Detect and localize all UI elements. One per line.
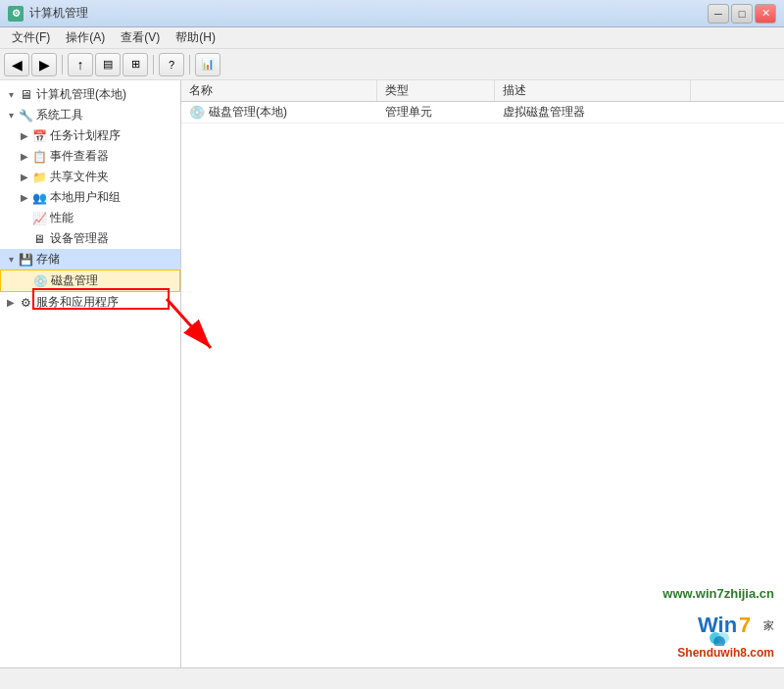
- system-tools-expand-icon[interactable]: ▾: [4, 109, 18, 123]
- performance-expand-icon[interactable]: ▶: [18, 212, 31, 225]
- back-button[interactable]: ◀: [4, 53, 29, 76]
- menu-file[interactable]: 文件(F): [4, 27, 58, 48]
- sidebar-item-device-manager[interactable]: ▶ 🖥 设备管理器: [0, 228, 180, 249]
- performance-label: 性能: [50, 210, 74, 226]
- left-panel: ▾ 🖥 计算机管理(本地) ▾ 🔧 系统工具 ▶ 📅 任务计划程序 ▶ 📋 事件…: [0, 80, 181, 667]
- shared-folders-icon: 📁: [31, 170, 47, 185]
- app-icon: ⚙: [8, 6, 24, 22]
- sidebar-item-system-tools[interactable]: ▾ 🔧 系统工具: [0, 105, 180, 125]
- help-button[interactable]: ?: [159, 53, 184, 76]
- window-controls: ─ □ ✕: [708, 4, 776, 24]
- services-icon: ⚙: [18, 295, 33, 311]
- table-header: 名称 类型 描述: [181, 80, 784, 102]
- sidebar-item-task-scheduler[interactable]: ▶ 📅 任务计划程序: [0, 125, 180, 146]
- col-header-type: 类型: [377, 80, 495, 101]
- shared-folders-label: 共享文件夹: [50, 169, 109, 185]
- sidebar-item-shared-folders[interactable]: ▶ 📁 共享文件夹: [0, 167, 180, 187]
- tree-root[interactable]: ▾ 🖥 计算机管理(本地): [0, 84, 180, 105]
- local-users-icon: 👥: [31, 190, 47, 206]
- event-viewer-icon: 📋: [31, 149, 47, 165]
- table-row[interactable]: 💿 磁盘管理(本地) 管理单元 虚拟磁盘管理器: [181, 102, 784, 123]
- export-button[interactable]: 📊: [195, 53, 220, 76]
- maximize-button[interactable]: □: [731, 4, 753, 24]
- cell-name: 💿 磁盘管理(本地): [181, 102, 377, 123]
- row-name-text: 磁盘管理(本地): [209, 104, 287, 121]
- toolbar-separator-3: [189, 55, 190, 74]
- sidebar-item-event-viewer[interactable]: ▶ 📋 事件查看器: [0, 146, 180, 167]
- up-button[interactable]: ↑: [68, 53, 93, 76]
- title-bar: ⚙ 计算机管理 ─ □ ✕: [0, 0, 784, 27]
- menu-help[interactable]: 帮助(H): [168, 27, 223, 48]
- storage-label: 存储: [36, 251, 60, 268]
- device-manager-icon: 🖥: [31, 231, 47, 247]
- device-manager-label: 设备管理器: [50, 230, 109, 247]
- forward-button[interactable]: ▶: [31, 53, 57, 76]
- services-label: 服务和应用程序: [36, 294, 119, 311]
- sidebar-item-performance[interactable]: ▶ 📈 性能: [0, 208, 180, 228]
- menu-bar: 文件(F) 操作(A) 查看(V) 帮助(H): [0, 27, 784, 49]
- sidebar-item-storage[interactable]: ▾ 💾 存储: [0, 249, 180, 270]
- system-tools-label: 系统工具: [36, 107, 83, 123]
- disk-management-label: 磁盘管理: [51, 272, 98, 289]
- menu-action[interactable]: 操作(A): [58, 27, 113, 48]
- device-manager-expand-icon[interactable]: ▶: [18, 232, 31, 246]
- show-hide-button[interactable]: ▤: [95, 53, 121, 76]
- root-expand-icon[interactable]: ▾: [4, 88, 18, 102]
- local-users-label: 本地用户和组: [50, 189, 121, 206]
- services-expand-icon[interactable]: ▶: [4, 296, 18, 310]
- task-scheduler-icon: 📅: [31, 128, 47, 144]
- main-area: ▾ 🖥 计算机管理(本地) ▾ 🔧 系统工具 ▶ 📅 任务计划程序 ▶ 📋 事件…: [0, 80, 784, 667]
- disk-management-icon: 💿: [32, 273, 48, 289]
- right-panel: 名称 类型 描述 💿 磁盘管理(本地) 管理单元 虚拟磁盘管理器: [181, 80, 784, 667]
- cell-type: 管理单元: [377, 102, 495, 123]
- menu-view[interactable]: 查看(V): [113, 27, 168, 48]
- sidebar-item-disk-management[interactable]: ▶ 💿 磁盘管理: [0, 270, 180, 292]
- local-users-expand-icon[interactable]: ▶: [18, 191, 31, 205]
- event-viewer-label: 事件查看器: [50, 148, 109, 165]
- cell-desc: 虚拟磁盘管理器: [495, 102, 691, 123]
- window-title: 计算机管理: [29, 5, 88, 22]
- system-tools-icon: 🔧: [18, 108, 33, 123]
- new-window-button[interactable]: ⊞: [122, 53, 148, 76]
- task-scheduler-expand-icon[interactable]: ▶: [18, 129, 31, 143]
- status-bar: [0, 667, 784, 689]
- event-viewer-expand-icon[interactable]: ▶: [18, 150, 31, 164]
- task-scheduler-label: 任务计划程序: [50, 127, 121, 144]
- storage-expand-icon[interactable]: ▾: [4, 253, 18, 267]
- toolbar-separator-2: [153, 55, 154, 74]
- sidebar-item-local-users[interactable]: ▶ 👥 本地用户和组: [0, 187, 180, 208]
- toolbar: ◀ ▶ ↑ ▤ ⊞ ? 📊: [0, 49, 784, 80]
- root-label: 计算机管理(本地): [36, 86, 126, 103]
- performance-icon: 📈: [31, 211, 47, 226]
- toolbar-separator-1: [62, 55, 63, 74]
- disk-management-expand-icon[interactable]: ▶: [19, 274, 32, 288]
- root-icon: 🖥: [18, 87, 33, 103]
- col-header-name: 名称: [181, 80, 377, 101]
- sidebar-item-services[interactable]: ▶ ⚙ 服务和应用程序: [0, 292, 180, 313]
- shared-folders-expand-icon[interactable]: ▶: [18, 171, 31, 184]
- storage-icon: 💾: [18, 252, 33, 268]
- minimize-button[interactable]: ─: [708, 4, 729, 24]
- col-header-desc: 描述: [495, 80, 691, 101]
- row-icon: 💿: [189, 105, 205, 120]
- close-button[interactable]: ✕: [755, 4, 776, 24]
